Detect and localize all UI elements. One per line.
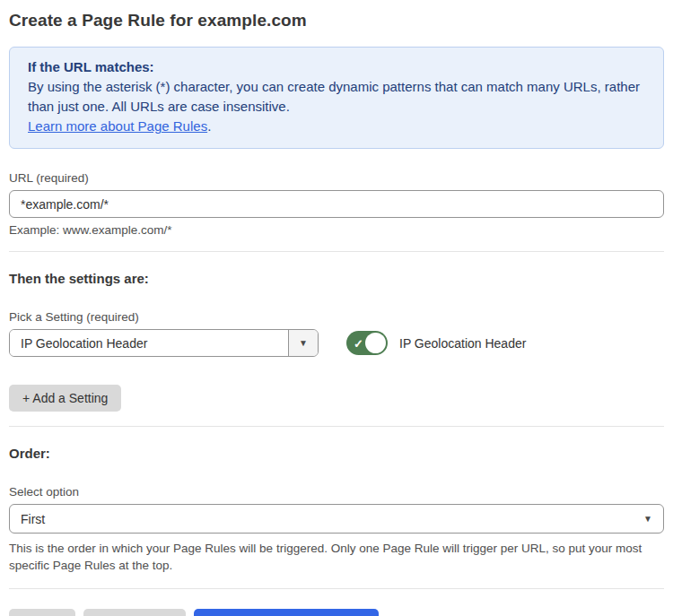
info-box-body: By using the asterisk (*) character, you…	[28, 77, 645, 117]
order-select[interactable]: First ▼	[9, 504, 664, 534]
link-suffix-period: .	[207, 118, 211, 134]
info-box-heading: If the URL matches:	[28, 57, 645, 77]
url-field-label: URL (required)	[9, 171, 664, 185]
page-rule-form: Create a Page Rule for example.com If th…	[0, 0, 673, 616]
pick-setting-label: Pick a Setting (required)	[9, 310, 664, 324]
chevron-down-icon: ▼	[299, 339, 308, 348]
add-setting-button[interactable]: + Add a Setting	[9, 385, 121, 412]
footer-divider	[9, 588, 664, 589]
learn-more-link[interactable]: Learn more about Page Rules	[28, 118, 207, 134]
setting-select[interactable]: IP Geolocation Header ▼	[9, 329, 319, 357]
toggle-knob	[365, 333, 386, 353]
order-select-value: First	[21, 512, 45, 526]
toggle-group: ✓ IP Geolocation Header	[346, 331, 526, 355]
url-input[interactable]	[9, 190, 664, 218]
ip-geolocation-toggle[interactable]: ✓	[346, 331, 388, 355]
section-divider	[9, 426, 664, 427]
footer-actions: Cancel Save as Draft Save and Deploy Pag…	[9, 609, 664, 616]
chevron-down-icon: ▼	[643, 515, 652, 524]
order-section-heading: Order:	[9, 446, 664, 461]
setting-select-arrow-button[interactable]: ▼	[288, 330, 318, 356]
check-icon: ✓	[354, 337, 363, 349]
url-match-info-box: If the URL matches: By using the asteris…	[9, 47, 664, 149]
url-example-help: Example: www.example.com/*	[9, 223, 664, 237]
info-box-link-line: Learn more about Page Rules.	[28, 117, 645, 136]
cancel-button[interactable]: Cancel	[9, 609, 75, 616]
save-and-deploy-button[interactable]: Save and Deploy Page Rule	[194, 609, 379, 616]
setting-select-value: IP Geolocation Header	[10, 330, 288, 356]
settings-section-heading: Then the settings are:	[9, 271, 664, 286]
order-help-text: This is the order in which your Page Rul…	[9, 540, 655, 574]
save-as-draft-button[interactable]: Save as Draft	[83, 609, 187, 616]
order-select-label: Select option	[9, 485, 664, 499]
toggle-label: IP Geolocation Header	[399, 336, 526, 351]
section-divider	[9, 251, 664, 252]
page-title: Create a Page Rule for example.com	[9, 11, 664, 30]
setting-row: IP Geolocation Header ▼ ✓ IP Geolocation…	[9, 329, 664, 357]
